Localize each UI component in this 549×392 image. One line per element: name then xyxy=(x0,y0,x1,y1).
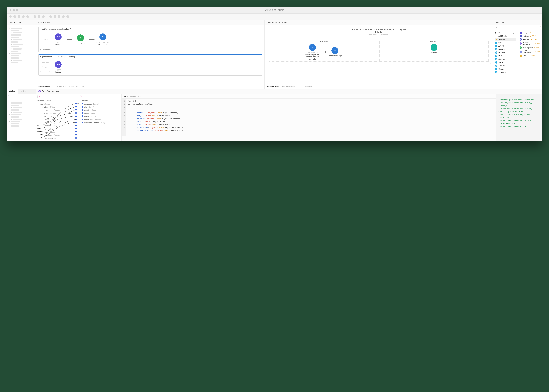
toolbar-button[interactable] xyxy=(18,15,20,18)
svg-point-2 xyxy=(10,96,11,97)
editor-tab-test-suite[interactable]: example-api-test-suite xyxy=(265,20,493,25)
arrow-icon xyxy=(89,39,94,40)
mapping-port[interactable] xyxy=(82,122,83,123)
mapping-port[interactable] xyxy=(82,115,83,117)
tree-field-object[interactable]: Object xyxy=(80,99,120,103)
svg-line-1 xyxy=(497,28,498,29)
flow-test-resource[interactable]: get:\test-resource:example-api-config So… xyxy=(38,27,262,52)
palette-category-spring[interactable]: CSpring xyxy=(495,67,516,70)
logger-node[interactable]: LOG Logger Payload xyxy=(51,61,65,73)
verify-call-node[interactable]: ✔ Verify call xyxy=(427,44,442,54)
palette-item-flow-reference[interactable]: ●Flow Reference (Core) xyxy=(519,49,541,54)
output-search[interactable] xyxy=(80,95,120,98)
toolbar-button[interactable] xyxy=(26,15,29,18)
main-toolbar xyxy=(7,14,542,20)
palette-category-database[interactable]: CDatabase xyxy=(495,48,516,51)
palette-category-http[interactable]: CHTTP xyxy=(495,54,516,57)
error-handling-section[interactable]: Error handling xyxy=(39,48,262,52)
dataweave-editor[interactable]: Input Output Payload 123456789101112 %dw… xyxy=(121,94,496,141)
close-icon[interactable] xyxy=(9,9,12,11)
tree-field-name[interactable]: name : String? xyxy=(80,115,120,118)
mapping-port[interactable] xyxy=(82,112,83,114)
tab-configuration-xml[interactable]: Configuration XML xyxy=(298,85,313,87)
tree-field-city[interactable]: city : String? xyxy=(80,106,120,109)
palette-item-choice[interactable]: ●Choice (Core) xyxy=(519,54,541,57)
palette-item-set-payload[interactable]: ●Set Payload (Core) xyxy=(519,46,541,49)
tab-outline[interactable]: Outline xyxy=(7,89,18,94)
palette-category-search-in-exchange[interactable]: ⋈Search in Exchange xyxy=(495,31,516,35)
toolbar-button[interactable] xyxy=(66,15,69,18)
chevron-down-icon[interactable] xyxy=(40,28,42,29)
flow-another-resource[interactable]: get:\another-resource:example-api-config… xyxy=(38,54,262,76)
tab-global-elements[interactable]: Global Elements xyxy=(282,85,295,87)
output-tree[interactable]: Object address1 : String?city : String?c… xyxy=(79,94,121,141)
zoom-icon[interactable] xyxy=(16,9,18,11)
set-payload-node[interactable]: ↧ Set Payload xyxy=(73,35,88,44)
mapping-port[interactable] xyxy=(82,109,83,111)
svg-point-4 xyxy=(39,96,40,97)
toolbar-button[interactable] xyxy=(62,15,65,18)
toolbar-button[interactable] xyxy=(42,15,45,18)
tab-global-elements[interactable]: Global Elements xyxy=(53,85,66,87)
toolbar-button[interactable] xyxy=(49,15,52,18)
input-search[interactable] xyxy=(37,95,77,98)
palette-category-add-module[interactable]: ＋Add Module xyxy=(495,35,516,38)
editor-tab-example-api[interactable]: example-api xyxy=(36,20,264,25)
palette-search[interactable] xyxy=(495,26,541,30)
source-dropzone[interactable]: Source xyxy=(40,35,50,44)
tab-message-flow[interactable]: Message Flow xyxy=(38,85,50,87)
package-explorer-title: Package Explorer xyxy=(7,20,36,25)
tree-field-email[interactable]: email : String? xyxy=(80,112,120,115)
toolbar-button[interactable] xyxy=(38,15,40,18)
palette-category-sftp[interactable]: CSFTP xyxy=(495,61,516,64)
palette-category-salesforce[interactable]: CSalesforce xyxy=(495,57,516,61)
mapping-port[interactable] xyxy=(82,103,83,105)
logger-node[interactable]: LOG Logger Payload xyxy=(51,34,65,45)
tree-field-country[interactable]: country : String? xyxy=(80,109,120,112)
tab-output[interactable]: Output xyxy=(130,95,136,97)
toolbar-button[interactable] xyxy=(9,15,12,18)
mapping-port[interactable] xyxy=(82,106,83,107)
editor-example-api: example-api get:\test-resource:example-a… xyxy=(36,20,265,89)
toolbar-button[interactable] xyxy=(34,15,36,18)
tab-payload[interactable]: Payload xyxy=(138,95,145,97)
outline-search[interactable] xyxy=(8,95,34,98)
palette-category-validation[interactable]: CValidation xyxy=(495,70,516,74)
palette-item-listener[interactable]: ●Listener (HTTP) xyxy=(519,35,541,38)
tab-message-flow[interactable]: Message Flow xyxy=(267,85,279,87)
chevron-down-icon[interactable] xyxy=(352,29,353,30)
tree-field-address1[interactable]: address1 : String? xyxy=(80,103,120,106)
tab-input[interactable]: Input xyxy=(124,95,128,97)
tab-configuration-xml[interactable]: Configuration XML xyxy=(69,85,84,87)
flow-reference-node[interactable]: ⎘ Flow Reference Flow-ref to get:\test-r… xyxy=(305,44,320,60)
transform-message-node[interactable]: ⋈ Transform Message JSON to XML xyxy=(95,34,110,45)
toolbar-button[interactable] xyxy=(54,15,56,18)
transform-message-node[interactable]: ⋈ Transform Message xyxy=(328,47,342,57)
palette-category-favorite[interactable]: ★Favorite xyxy=(495,38,516,41)
tree-field-stateorprovidence[interactable]: stateOrProvidence : String? xyxy=(80,121,120,124)
mapping-port[interactable] xyxy=(82,119,83,120)
plus-icon: ＋ xyxy=(495,35,497,37)
mule-palette-title: Mule Palette xyxy=(493,20,542,25)
palette-item-request[interactable]: ●Request (HTTP) xyxy=(519,38,541,41)
minimize-icon[interactable] xyxy=(13,9,15,11)
tab-munit[interactable]: MUnit xyxy=(18,89,29,94)
source-dropzone[interactable]: Source xyxy=(40,62,50,72)
chevron-down-icon[interactable] xyxy=(40,56,42,57)
toolbar-button[interactable] xyxy=(14,15,16,18)
flow-reference-icon: ⎘ xyxy=(309,44,316,51)
tree-field-postal-code[interactable]: postal code : String? xyxy=(80,118,120,121)
palette-item-transform-message[interactable]: ●Transform Message (Core) xyxy=(519,41,541,46)
logger-icon: LOG xyxy=(55,61,62,68)
palette-category-hl7-edi[interactable]: CHL7 EDI xyxy=(495,51,516,54)
package-explorer-tree[interactable] xyxy=(7,25,36,66)
outline-tree[interactable] xyxy=(7,100,36,129)
palette-category-core[interactable]: CCore xyxy=(495,41,516,44)
palette-item-logger[interactable]: ●Logger (Core) xyxy=(519,31,541,35)
code-content[interactable]: %dw 2.0output application/json---{ addre… xyxy=(127,99,185,136)
toolbar-button[interactable] xyxy=(22,15,25,18)
palette-category-sockets[interactable]: CSockets xyxy=(495,64,516,67)
palette-category-api-kit[interactable]: CAPI Kit xyxy=(495,44,516,48)
toolbar-button[interactable] xyxy=(58,15,60,18)
munit-test[interactable]: example-api-test-suite-get:\test-resourc… xyxy=(267,27,491,64)
